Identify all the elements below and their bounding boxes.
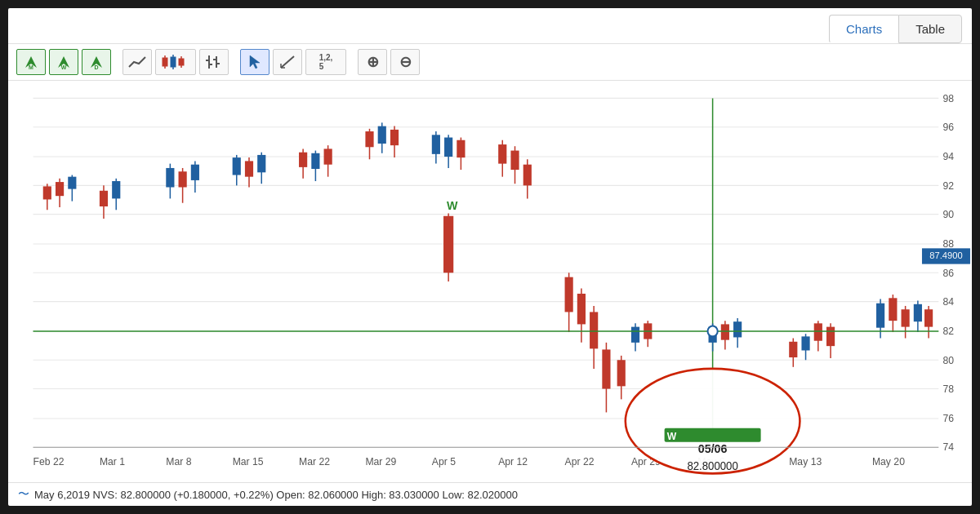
svg-rect-91 bbox=[365, 131, 373, 147]
toolbar: M W D bbox=[8, 44, 972, 81]
svg-text:W: W bbox=[61, 64, 67, 70]
svg-text:74: 74 bbox=[942, 441, 954, 453]
svg-rect-141 bbox=[876, 304, 884, 328]
svg-rect-135 bbox=[801, 336, 809, 350]
svg-rect-105 bbox=[510, 151, 519, 171]
chart-area[interactable]: 98 96 94 92 90 88 86 84 82 80 78 76 74 F… bbox=[8, 81, 972, 482]
svg-rect-131 bbox=[733, 321, 742, 337]
period-d-button[interactable]: D bbox=[82, 49, 111, 75]
svg-text:82.800000: 82.800000 bbox=[687, 460, 737, 472]
svg-text:Apr 22: Apr 22 bbox=[565, 455, 595, 467]
stock-icon: 〜 bbox=[18, 487, 29, 502]
svg-point-153 bbox=[626, 369, 800, 473]
svg-rect-114 bbox=[577, 294, 586, 324]
svg-text:May 20: May 20 bbox=[872, 455, 905, 467]
svg-rect-89 bbox=[324, 148, 332, 164]
svg-rect-69 bbox=[100, 191, 108, 206]
svg-rect-116 bbox=[590, 312, 598, 348]
svg-text:Apr 5: Apr 5 bbox=[432, 455, 456, 467]
svg-text:78: 78 bbox=[942, 383, 954, 395]
zoom-in-button[interactable]: ⊕ bbox=[358, 49, 387, 75]
svg-rect-103 bbox=[498, 144, 506, 164]
svg-rect-154 bbox=[665, 428, 761, 442]
svg-rect-110 bbox=[443, 216, 453, 273]
svg-text:05/06: 05/06 bbox=[698, 441, 728, 454]
svg-rect-79 bbox=[233, 157, 241, 175]
svg-text:96: 96 bbox=[942, 122, 954, 133]
svg-text:88: 88 bbox=[942, 238, 954, 250]
chart-candle-button[interactable] bbox=[155, 49, 196, 75]
svg-text:94: 94 bbox=[942, 151, 954, 162]
svg-text:82: 82 bbox=[942, 326, 954, 337]
svg-rect-149 bbox=[924, 309, 933, 326]
svg-text:Mar 29: Mar 29 bbox=[365, 455, 396, 467]
svg-text:Mar 8: Mar 8 bbox=[166, 455, 191, 467]
main-container: Charts Table M W D bbox=[8, 8, 972, 506]
svg-text:76: 76 bbox=[942, 413, 954, 424]
svg-point-157 bbox=[708, 326, 718, 337]
svg-text:Mar 22: Mar 22 bbox=[299, 455, 330, 467]
svg-rect-120 bbox=[617, 360, 626, 386]
cursor-button[interactable] bbox=[240, 49, 270, 75]
svg-rect-73 bbox=[166, 168, 174, 188]
svg-text:84: 84 bbox=[942, 296, 954, 308]
svg-rect-77 bbox=[191, 165, 199, 180]
svg-rect-63 bbox=[43, 186, 51, 199]
svg-rect-118 bbox=[602, 349, 610, 388]
svg-rect-22 bbox=[8, 81, 972, 482]
svg-rect-83 bbox=[257, 155, 265, 172]
svg-text:Apr 12: Apr 12 bbox=[498, 455, 528, 467]
tab-bar: Charts Table bbox=[8, 8, 972, 44]
svg-rect-137 bbox=[814, 323, 822, 340]
svg-rect-97 bbox=[432, 135, 440, 154]
svg-text:W: W bbox=[667, 430, 677, 441]
svg-text:Mar 1: Mar 1 bbox=[100, 455, 125, 467]
tab-charts[interactable]: Charts bbox=[829, 15, 898, 43]
svg-text:98: 98 bbox=[942, 92, 954, 104]
chart-line-button[interactable] bbox=[122, 49, 152, 75]
svg-marker-18 bbox=[250, 55, 260, 69]
svg-text:87.4900: 87.4900 bbox=[929, 250, 962, 260]
chart-svg: 98 96 94 92 90 88 86 84 82 80 78 76 74 F… bbox=[8, 81, 972, 482]
zoom-out-button[interactable]: ⊖ bbox=[390, 49, 420, 75]
svg-rect-67 bbox=[68, 177, 76, 189]
svg-text:Mar 15: Mar 15 bbox=[233, 455, 264, 467]
period-m-button[interactable]: M bbox=[16, 49, 46, 75]
chart-bar-button[interactable] bbox=[199, 49, 229, 75]
svg-text:92: 92 bbox=[942, 179, 954, 191]
svg-rect-99 bbox=[444, 138, 452, 157]
status-text: May 6,2019 NVS: 82.800000 (+0.180000, +0… bbox=[34, 489, 518, 501]
svg-rect-129 bbox=[721, 324, 729, 339]
svg-text:86: 86 bbox=[942, 267, 954, 278]
svg-rect-133 bbox=[789, 342, 797, 357]
svg-rect-107 bbox=[523, 165, 532, 186]
svg-text:80: 80 bbox=[942, 354, 954, 366]
svg-text:May 13: May 13 bbox=[789, 455, 822, 467]
svg-rect-143 bbox=[889, 298, 897, 321]
draw-button[interactable] bbox=[273, 49, 302, 75]
svg-rect-101 bbox=[457, 140, 465, 157]
svg-text:D: D bbox=[94, 64, 98, 70]
tab-table[interactable]: Table bbox=[898, 15, 962, 43]
series-button[interactable]: 1,2,5 bbox=[305, 49, 346, 75]
svg-rect-145 bbox=[902, 309, 910, 326]
svg-rect-85 bbox=[299, 153, 307, 167]
svg-rect-122 bbox=[631, 327, 639, 343]
svg-rect-71 bbox=[112, 181, 120, 198]
period-w-button[interactable]: W bbox=[49, 49, 78, 75]
svg-line-19 bbox=[281, 56, 294, 68]
svg-text:W: W bbox=[447, 199, 458, 212]
svg-rect-147 bbox=[914, 304, 922, 321]
svg-text:M: M bbox=[29, 64, 33, 70]
svg-rect-112 bbox=[565, 277, 573, 312]
svg-text:Feb 22: Feb 22 bbox=[33, 455, 65, 467]
svg-rect-95 bbox=[390, 130, 399, 145]
svg-text:90: 90 bbox=[942, 209, 954, 220]
svg-rect-75 bbox=[179, 171, 187, 187]
svg-rect-93 bbox=[378, 126, 386, 144]
status-bar: 〜 May 6,2019 NVS: 82.800000 (+0.180000, … bbox=[8, 482, 972, 506]
svg-rect-65 bbox=[56, 182, 64, 196]
svg-rect-139 bbox=[826, 327, 835, 347]
svg-rect-87 bbox=[311, 153, 319, 169]
svg-rect-81 bbox=[245, 161, 253, 176]
